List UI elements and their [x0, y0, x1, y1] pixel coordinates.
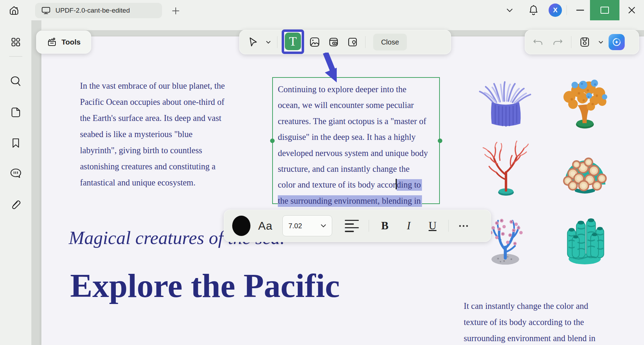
annotation-arrow-icon [281, 53, 337, 93]
align-left-button[interactable] [345, 218, 360, 234]
image-tool-icon [309, 37, 320, 47]
maximize-button[interactable] [590, 0, 619, 20]
toolbox-icon [47, 37, 57, 47]
paragraph-line: In the vast embrace of our blue planet, … [80, 78, 225, 94]
text-tool-icon[interactable]: T [285, 33, 301, 50]
document-viewport-gutter [32, 20, 41, 345]
paragraph-line: surrounding environment and blend in [464, 330, 596, 345]
sidebar-item-attachments[interactable] [8, 196, 24, 212]
more-options-button[interactable] [459, 225, 468, 227]
paragraph-bottom-right[interactable]: It can instantly change the color and te… [464, 298, 596, 345]
sidebar-item-search[interactable] [8, 74, 24, 89]
sidebar-item-comments[interactable] [8, 165, 24, 181]
image-orange-tree-coral [554, 72, 616, 131]
paragraph-line: astonishing creatures and constituting a [80, 158, 225, 175]
image-red-branch-coral [475, 137, 537, 198]
textbox-resize-handle-right[interactable] [438, 138, 442, 143]
active-text-box[interactable]: Continuing to explore deeper into the oc… [272, 77, 440, 204]
undo-button[interactable] [530, 34, 546, 50]
updf-app-window: In the vast embrace of our blue planet, … [0, 0, 644, 345]
italic-button[interactable]: I [398, 217, 419, 234]
paragraph-line: texture of its body according to the [464, 314, 596, 330]
close-window-button[interactable] [619, 0, 644, 20]
redo-button[interactable] [549, 34, 566, 50]
bookmark-icon [11, 137, 21, 149]
cursor-tool-dropdown[interactable] [264, 34, 273, 50]
titlebar-dropdown[interactable] [502, 2, 517, 18]
divider [566, 5, 567, 15]
home-icon [8, 5, 20, 16]
tools-button[interactable]: Tools [36, 31, 91, 54]
divider [448, 220, 449, 232]
text-tool-selected[interactable]: T [282, 30, 304, 54]
font-size-dropdown[interactable]: 7.02 [282, 215, 332, 236]
document-tab[interactable]: UPDF-2.0-cant-be-edited [35, 3, 162, 18]
save-dropdown[interactable] [596, 34, 606, 50]
home-button[interactable] [6, 4, 22, 17]
selected-text: the surrounding environment, blending in [278, 195, 422, 207]
grid-apps-icon [10, 36, 21, 48]
text-format-toolbar: Aa 7.02 B I U [224, 210, 491, 242]
textbox-line: developed nervous system and unique body [278, 145, 439, 161]
divider [277, 36, 277, 48]
font-style-button[interactable]: Aa [258, 219, 273, 232]
font-color-swatch[interactable] [232, 216, 250, 236]
font-size-value: 7.02 [288, 222, 302, 230]
underline-button[interactable]: U [422, 217, 443, 234]
save-button[interactable] [576, 34, 593, 50]
close-window-icon [628, 6, 636, 14]
paragraph-line: the Earth's surface area. Its deep and v… [80, 110, 225, 126]
image-teal-tube-sponge [555, 206, 615, 266]
bold-button[interactable]: B [375, 217, 395, 234]
sidebar-item-pages[interactable] [8, 104, 24, 120]
paragraph-line: labyrinth", giving birth to countless [80, 142, 225, 158]
attachment-icon [10, 198, 22, 210]
undo-icon [533, 38, 543, 46]
divider [9, 56, 22, 57]
bell-icon [529, 5, 538, 15]
left-sidebar [0, 20, 32, 345]
link-tool-icon [328, 37, 339, 47]
ai-assistant-icon [611, 37, 622, 47]
divider [365, 36, 365, 48]
chevron-down-icon [266, 41, 271, 44]
monitor-tab-icon [41, 6, 51, 15]
textbox-resize-handle-left[interactable] [270, 138, 275, 143]
textbox-line: structure, and can instantly change the [278, 161, 439, 177]
sidebar-item-apps[interactable] [8, 34, 24, 50]
comment-icon [10, 168, 22, 179]
cursor-select-icon [249, 37, 258, 47]
avatar: X [549, 4, 562, 17]
account-avatar[interactable]: X [548, 2, 563, 18]
paragraph-line: fantastical and unique ecosystem. [80, 175, 225, 191]
heading-explore-the-pacific[interactable]: Explore the Pacific [70, 266, 340, 305]
location-tool-icon [347, 37, 358, 47]
notifications-button[interactable] [526, 2, 541, 18]
chevron-down-icon [321, 224, 326, 228]
paragraph-left-column[interactable]: In the vast embrace of our blue planet, … [80, 78, 225, 191]
new-tab-button[interactable] [170, 6, 181, 16]
location-tool[interactable] [344, 34, 361, 50]
chevron-down-icon [598, 41, 603, 44]
divider [369, 220, 369, 232]
paragraph-line: seabed is like a mysterious "blue [80, 126, 225, 142]
cursor-select-tool[interactable] [245, 34, 262, 50]
close-edit-mode-button[interactable]: Close [373, 34, 407, 50]
image-tool[interactable] [306, 34, 323, 50]
link-tool[interactable] [325, 34, 342, 50]
textbox-line-with-caret: color and texture of its body according … [278, 177, 439, 192]
ai-assistant-button[interactable] [609, 34, 625, 50]
page-thumbnails-icon [10, 107, 21, 118]
selected-text: ding to [397, 179, 422, 191]
textbox-line: ocean, we will encounter some peculiar [278, 97, 439, 113]
textbox-line: disguise" in the deep sea. It has a high… [278, 129, 439, 145]
history-save-toolbar [525, 30, 639, 54]
edit-toolbar: T Close [239, 30, 451, 54]
minimize-icon [576, 9, 584, 11]
titlebar: UPDF-2.0-cant-be-edited X [0, 0, 644, 20]
sidebar-item-bookmarks[interactable] [8, 135, 24, 151]
minimize-button[interactable] [570, 0, 590, 20]
tab-title: UPDF-2.0-cant-be-edited [55, 7, 130, 14]
maximize-icon [601, 7, 609, 14]
paragraph-line: It can instantly change the color and [464, 298, 596, 314]
